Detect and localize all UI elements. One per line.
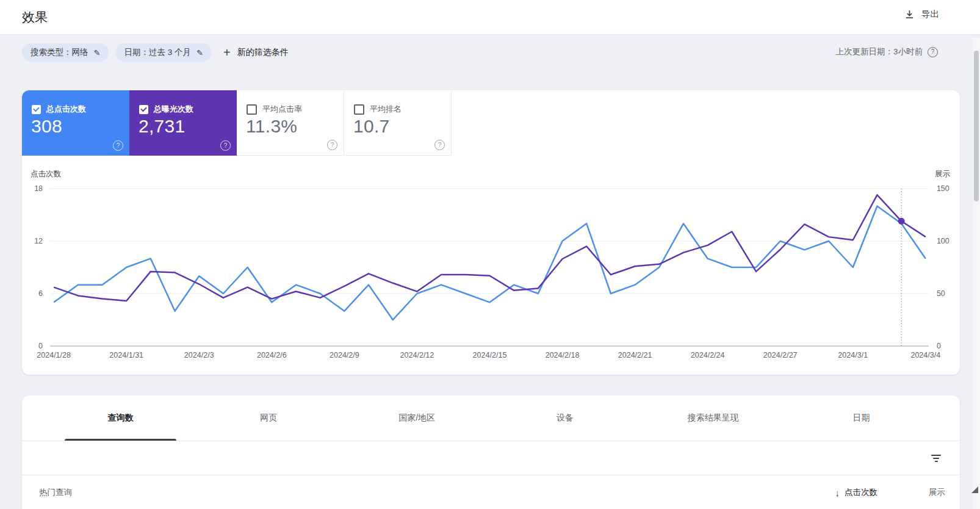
right-axis-tick: 0	[937, 342, 941, 350]
chart-card: 总点击次数308?总曝光次数2,731?平均点击率11.3%?平均排名10.7?…	[22, 90, 960, 375]
export-label: 导出	[921, 9, 939, 20]
metric-card-total-impressions[interactable]: 总曝光次数2,731?	[129, 90, 237, 156]
x-axis-tick: 2024/2/27	[763, 351, 798, 359]
metric-label: 平均排名	[370, 104, 402, 115]
column-header-clicks[interactable]: ↓ 点击次数	[835, 475, 878, 509]
scroll-corner-icon	[971, 486, 978, 493]
filter-chip-date-range[interactable]: 日期：过去 3 个月✎	[115, 43, 211, 62]
tab-queries[interactable]: 查询数	[46, 395, 195, 441]
tab-countries[interactable]: 国家/地区	[343, 395, 491, 441]
help-icon[interactable]: ?	[113, 140, 123, 151]
sort-desc-icon: ↓	[835, 488, 840, 498]
add-filter-button[interactable]: + 新的筛选条件	[220, 43, 292, 62]
export-button[interactable]: 导出	[901, 8, 943, 21]
metric-label: 总曝光次数	[154, 104, 193, 115]
column-header-queries[interactable]: 热门查询	[39, 475, 72, 509]
clicks-column-label: 点击次数	[845, 487, 877, 498]
add-filter-label: 新的筛选条件	[237, 47, 289, 58]
metric-label: 平均点击率	[262, 104, 302, 115]
chip-label: 日期：过去 3 个月	[124, 47, 191, 58]
filter-chip-search-type[interactable]: 搜索类型：网络✎	[22, 43, 109, 62]
right-axis-tick: 100	[937, 237, 949, 245]
edit-pencil-icon: ✎	[196, 48, 203, 57]
filter-chips: 搜索类型：网络✎日期：过去 3 个月✎	[22, 43, 212, 62]
table-card: 查询数网页国家/地区设备搜索结果呈现日期 热门查询 ↓ 点击次数 展示	[22, 395, 960, 509]
performance-page: 效果 导出 搜索类型：网络✎日期：过去 3 个月✎ + 新的筛选条件 上次更新日…	[0, 0, 980, 509]
x-axis-tick: 2024/2/3	[184, 351, 214, 359]
help-icon[interactable]: ?	[928, 47, 938, 57]
last-updated: 上次更新日期：3小时前 ?	[835, 46, 938, 57]
help-icon[interactable]: ?	[327, 140, 337, 150]
x-axis-tick: 2024/1/28	[37, 351, 71, 359]
left-axis-tick: 0	[38, 342, 43, 350]
left-axis-label: 点击次数	[31, 169, 61, 179]
metric-card-average-ctr[interactable]: 平均点击率11.3%?	[237, 90, 344, 156]
x-axis-tick: 2024/2/9	[330, 351, 359, 359]
metrics-row: 总点击次数308?总曝光次数2,731?平均点击率11.3%?平均排名10.7?	[22, 90, 960, 156]
x-axis-tick: 2024/2/18	[546, 351, 580, 359]
header: 效果 导出	[0, 0, 980, 35]
x-axis-tick: 2024/2/21	[618, 351, 652, 359]
impressions-line	[54, 195, 926, 301]
metric-value: 10.7	[353, 116, 390, 137]
help-icon[interactable]: ?	[434, 140, 445, 150]
metric-card-average-position[interactable]: 平均排名10.7?	[344, 90, 452, 156]
x-axis-tick: 2024/3/4	[910, 351, 940, 359]
plus-icon: +	[223, 46, 231, 59]
help-icon[interactable]: ?	[220, 140, 231, 151]
tab-dates[interactable]: 日期	[787, 395, 935, 441]
checkbox-unchecked-icon[interactable]	[354, 104, 364, 115]
table-filter-row	[22, 441, 960, 475]
performance-chart[interactable]: 1815012100650002024/1/282024/1/312024/2/…	[26, 182, 956, 361]
metric-value: 308	[31, 116, 62, 137]
left-axis-tick: 18	[34, 184, 43, 193]
download-icon	[904, 9, 915, 20]
x-axis-tick: 2024/2/24	[691, 351, 725, 359]
tab-devices[interactable]: 设备	[491, 395, 639, 441]
x-axis-tick: 2024/2/6	[257, 351, 287, 359]
dimension-tabs: 查询数网页国家/地区设备搜索结果呈现日期	[22, 395, 960, 441]
metric-label: 总点击次数	[46, 104, 86, 115]
left-axis-tick: 12	[34, 237, 43, 245]
chip-label: 搜索类型：网络	[31, 47, 88, 58]
checkbox-unchecked-icon[interactable]	[247, 104, 257, 115]
right-axis-tick: 150	[937, 184, 949, 193]
clicks-line	[54, 206, 926, 320]
chart-area: 点击次数 展示 1815012100650002024/1/282024/1/3…	[22, 156, 960, 375]
x-axis-tick: 2024/1/31	[109, 351, 143, 359]
table-header-row: 热门查询 ↓ 点击次数 展示	[22, 475, 960, 509]
left-axis-tick: 6	[38, 289, 43, 298]
filter-list-icon[interactable]	[928, 450, 944, 466]
hover-point-marker	[898, 218, 905, 225]
x-axis-tick: 2024/2/12	[400, 351, 434, 359]
column-header-impressions[interactable]: 展示	[929, 475, 945, 509]
last-updated-text: 上次更新日期：3小时前	[835, 46, 923, 57]
page-title: 效果	[22, 9, 48, 26]
checkbox-checked-icon[interactable]	[32, 105, 41, 114]
checkbox-checked-icon[interactable]	[139, 105, 148, 114]
metric-card-total-clicks[interactable]: 总点击次数308?	[22, 90, 129, 156]
edit-pencil-icon: ✎	[94, 48, 101, 57]
tab-pages[interactable]: 网页	[195, 395, 343, 441]
x-axis-tick: 2024/3/1	[838, 351, 868, 359]
metric-value: 11.3%	[246, 116, 297, 137]
scrollbar-thumb[interactable]	[974, 51, 979, 201]
metric-value: 2,731	[139, 116, 186, 137]
tab-search-appearance[interactable]: 搜索结果呈现	[639, 395, 787, 441]
right-axis-tick: 50	[937, 289, 945, 298]
x-axis-tick: 2024/2/15	[473, 351, 507, 359]
filter-bar: 搜索类型：网络✎日期：过去 3 个月✎ + 新的筛选条件 上次更新日期：3小时前…	[0, 34, 980, 72]
right-axis-label: 展示	[935, 169, 950, 179]
